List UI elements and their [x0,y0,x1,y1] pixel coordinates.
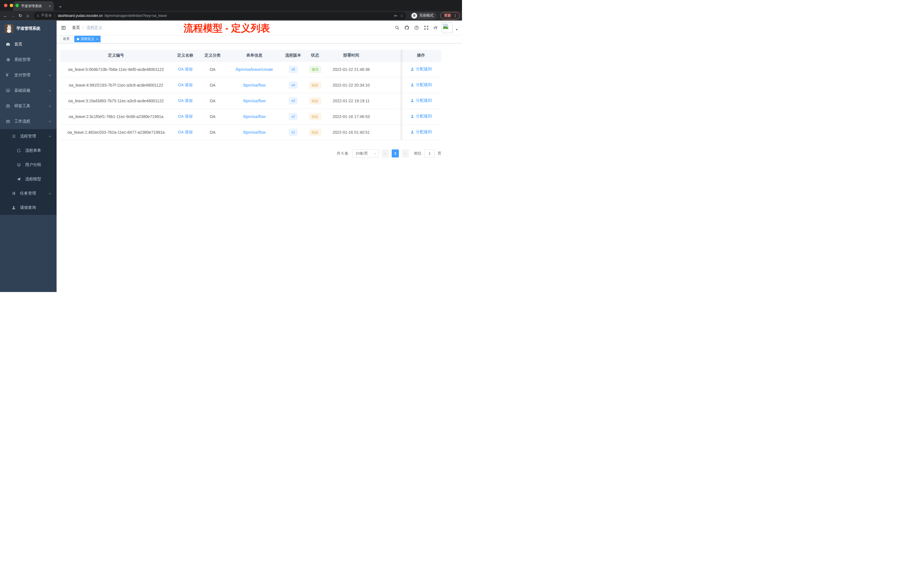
sidebar-item-dev-tools[interactable]: 研发工具 [0,98,56,114]
tree-icon [12,191,16,196]
assign-rule-button[interactable]: 分配规则 [410,129,432,135]
window-minimize-button[interactable] [10,4,13,7]
category-cell: OA [199,61,226,77]
browser-update-button[interactable]: 更新 ⋮ [440,12,460,20]
assign-rule-button[interactable]: 分配规则 [410,98,432,103]
assign-rule-button[interactable]: 分配规则 [410,66,432,72]
github-icon[interactable] [404,25,409,30]
tab-close-icon[interactable]: × [48,4,51,8]
form-link[interactable]: /bpm/oa/flow [243,83,266,87]
tag-dot [77,38,79,40]
tag-item[interactable]: 首页 [60,36,72,42]
current-page-button[interactable]: 1 [392,149,399,157]
home-icon[interactable]: ⌂ [25,13,31,18]
column-header: 定义名称 [172,50,199,61]
hamburger-icon[interactable] [59,25,68,31]
sidebar-item-workflow[interactable]: 工作流程 [0,114,56,129]
sidebar-item-label: 研发工具 [14,104,30,109]
sidebar-item-label: 首页 [14,42,22,47]
browser-menu-dots-icon[interactable]: ⋮ [454,14,457,18]
sidebar-item-payment[interactable]: ¥支付管理 [0,68,56,83]
person-icon [410,83,414,87]
search-icon[interactable] [394,25,400,30]
actions-cell: 分配规则 [401,61,441,77]
user-avatar[interactable] [442,22,452,33]
form-link[interactable]: /bpm/oa/flow [243,114,266,119]
column-header: 操作 [401,50,441,61]
toolbox-icon [6,104,10,108]
sidebar-item-infra[interactable]: 基础设施 [0,83,56,98]
sidebar-item-process-model[interactable]: 流程模型 [0,172,56,186]
incognito-label: 无痕模式 [419,13,434,18]
form-info-cell: /bpm/oa/flow [226,77,282,93]
actions-cell: 分配规则 [401,109,441,124]
actions-cell: 分配规则 [401,77,441,93]
assign-rule-button[interactable]: 分配规则 [410,82,432,87]
category-cell: OA [199,93,226,109]
window-zoom-button[interactable] [15,4,19,7]
chevron-up-icon [48,120,51,123]
status-badge: 挂起 [309,97,321,104]
definition-name-link[interactable]: OA 请假 [178,67,193,71]
sidebar-item-task-manage[interactable]: 任务管理 [0,186,56,201]
definition-name-link[interactable]: OA 请假 [178,82,193,87]
sidebar-item-label: 流程模型 [25,177,41,182]
new-tab-button[interactable]: + [57,4,63,11]
deploy-time-cell: 2022-01-22 19:19:11 [326,93,376,109]
tag-active[interactable]: 流程定义× [74,36,101,42]
chevron-down-icon [48,74,51,77]
user-group-icon [16,163,21,167]
goto-page-input[interactable] [424,149,435,157]
sidebar-item-label: 用户分组 [25,162,41,167]
chevron-down-icon: ∨ [374,152,376,155]
incognito-icon [411,13,417,18]
definition-name-cell: OA 请假 [172,109,199,124]
form-link[interactable]: /bpm/oa/leave/create [236,67,273,72]
sidebar-item-user-group[interactable]: 用户分组 [0,158,56,172]
update-label: 更新 [444,13,451,18]
prev-page-button[interactable]: ‹ [382,149,389,157]
form-link[interactable]: /bpm/oa/flow [243,99,266,103]
window-close-button[interactable] [4,4,7,7]
status-badge: 挂起 [309,82,321,89]
sidebar-item-label: 工作流程 [14,119,30,124]
tag-close-icon[interactable]: × [96,38,98,41]
sidebar-logo[interactable]: 芋道管理系统 [0,21,56,36]
url-divider [54,14,55,18]
page-unit-label: 页 [438,151,441,156]
tag-label: 首页 [63,36,70,41]
address-bar[interactable]: ⚠ 不安全 dashboard.yudao.iocoder.cn/bpm/man… [34,12,406,20]
form-link[interactable]: /bpm/oa/flow [243,130,266,135]
avatar-caret-icon[interactable]: ▼ [455,28,458,31]
status-cell: 挂起 [304,109,326,124]
reload-icon[interactable]: ↻ [17,13,23,18]
person-icon [410,130,414,134]
page-size-select[interactable]: 10条/页 ∨ [352,149,379,157]
yen-icon: ¥ [6,73,10,78]
font-size-icon[interactable]: TT [434,25,437,30]
definition-name-link[interactable]: OA 请假 [178,98,193,103]
next-page-button[interactable]: › [402,149,409,157]
definition-name-link[interactable]: OA 请假 [178,130,193,134]
chevron-down-icon [48,89,51,92]
help-icon[interactable] [414,25,419,30]
sidebar-item-leave-query[interactable]: 请假查询 [0,201,56,215]
url-host: dashboard.yudao.iocoder.cn [58,14,102,18]
sidebar-item-system[interactable]: 系统管理 [0,52,56,68]
version-badge: v1 [289,129,298,136]
fullscreen-icon[interactable] [424,25,429,30]
sidebar-item-process-form[interactable]: 流程表单 [0,144,56,158]
back-icon[interactable]: ← [2,13,8,18]
definition-name-link[interactable]: OA 请假 [178,114,193,119]
key-icon[interactable] [393,13,398,18]
bookmark-star-icon[interactable]: ☆ [400,13,403,18]
browser-tab[interactable]: 芋道管理系统 × [13,1,54,11]
status-cell: 挂起 [304,77,326,93]
breadcrumb-home[interactable]: 首页 [72,25,80,30]
pagination-total: 共 5 条 [337,151,348,156]
forward-icon[interactable]: → [10,13,16,18]
sidebar-item-process-manage[interactable]: 流程管理 [0,129,56,144]
sidebar-item-home[interactable]: 首页 [0,36,56,52]
column-header: 状态 [304,50,326,61]
assign-rule-button[interactable]: 分配规则 [410,114,432,119]
